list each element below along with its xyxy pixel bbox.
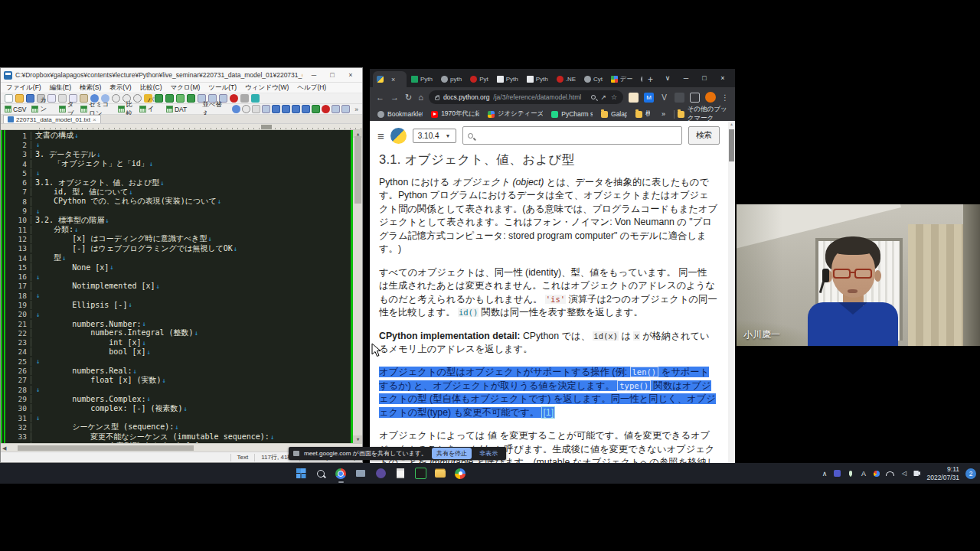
menu-item[interactable]: 表示(V): [109, 83, 131, 93]
bookmark-item[interactable]: 横浜: [635, 109, 650, 119]
tray-icon[interactable]: ∧: [821, 470, 828, 478]
editor-line[interactable]: 31↓: [7, 413, 352, 422]
zoom-icon[interactable]: [591, 95, 596, 99]
menu-item[interactable]: 比較(C): [140, 83, 162, 93]
window-control-icon[interactable]: ×: [714, 71, 732, 85]
editor-line[interactable]: 5↓: [7, 168, 352, 178]
toolbar-icon[interactable]: [262, 105, 270, 113]
profile-avatar[interactable]: [705, 92, 716, 103]
window-control-icon[interactable]: □: [695, 71, 714, 85]
nav-icon[interactable]: ←: [376, 93, 384, 103]
bookmark-item[interactable]: ジオシティーズの閉鎖で...: [488, 109, 544, 119]
taskbar-icon[interactable]: [313, 466, 328, 481]
taskbar-icon[interactable]: [333, 466, 348, 481]
tray-icon[interactable]: A: [860, 470, 867, 478]
toolbar-icon[interactable]: [187, 94, 195, 103]
toolbar-icon[interactable]: [240, 94, 249, 103]
editor-line[interactable]: 32 シーケンス型 (sequence):↓: [7, 422, 352, 432]
browser-tab[interactable]: デー×: [607, 71, 636, 87]
browser-tab[interactable]: ×: [373, 71, 407, 87]
search-button[interactable]: 検索: [688, 126, 720, 145]
editor-line[interactable]: 14 型↓: [7, 253, 352, 262]
editor-line[interactable]: 17 Notimplemented [x]↓: [7, 282, 352, 291]
toolbar-icon[interactable]: [302, 105, 310, 113]
editor-vertical-scrollbar[interactable]: ▲ ▼: [352, 130, 362, 443]
lock-icon[interactable]: [435, 96, 439, 100]
editor-line[interactable]: 33. データモデル↓: [7, 150, 352, 159]
editor-line[interactable]: 11 分類:↓: [7, 225, 352, 234]
editor-line[interactable]: 103.2. 標準型の階層↓: [7, 216, 352, 225]
scrollbar-thumb[interactable]: [729, 129, 734, 161]
browser-tab[interactable]: Pyth×: [407, 71, 436, 87]
nav-icon[interactable]: ⌂: [418, 93, 423, 103]
stop-sharing-button[interactable]: 共有を停止: [432, 448, 472, 459]
tab-close-icon[interactable]: ×: [391, 76, 395, 83]
docs-search-input[interactable]: [462, 126, 682, 145]
editor-line[interactable]: 16↓: [7, 272, 352, 281]
editor-line[interactable]: 19 Ellipsis [-]↓: [7, 300, 352, 309]
emeditor-titlebar[interactable]: C:¥Dropbox¥galapagos¥contents¥lecture¥Py…: [1, 68, 362, 83]
hamburger-icon[interactable]: ≡: [377, 129, 384, 142]
browser-tab[interactable]: ミマ×: [637, 71, 642, 87]
toolbar-icon[interactable]: [341, 105, 350, 113]
toolbar-icon[interactable]: [312, 105, 320, 113]
hide-button[interactable]: 非表示: [476, 448, 501, 459]
editor-line[interactable]: 12 [x] はコーディング時に意識すべき型↓: [7, 234, 352, 243]
bookmark-item[interactable]: BookmarkletCookie...: [377, 109, 423, 119]
browser-tab[interactable]: Pyth×: [493, 71, 522, 87]
scrollbar-thumb[interactable]: [18, 445, 194, 451]
window-control-icon[interactable]: ─: [305, 70, 322, 81]
scroll-down-icon[interactable]: ▼: [353, 435, 362, 443]
scroll-left-icon[interactable]: ◀: [2, 445, 6, 452]
toolbar-icon[interactable]: [232, 105, 240, 113]
tray-icon[interactable]: [873, 471, 880, 477]
menu-item[interactable]: ファイル(F): [6, 83, 41, 93]
editor-line[interactable]: 23 int [x]↓: [7, 338, 352, 347]
tray-icon[interactable]: [847, 471, 854, 476]
scroll-up-icon[interactable]: ▲: [728, 121, 735, 128]
editor-line[interactable]: 28↓: [7, 385, 352, 394]
editor-line[interactable]: 13 [-] はウェブプログラミングでは無視してOK↓: [7, 244, 352, 253]
taskbar-icon[interactable]: [452, 466, 468, 481]
editor-line[interactable]: 20↓: [7, 310, 352, 319]
toolbar-icon[interactable]: [252, 105, 260, 113]
editor-line[interactable]: 30 complex: [-] (複素数)↓: [7, 404, 352, 413]
editor-line[interactable]: 24 bool [x]↓: [7, 347, 352, 357]
editor-line[interactable]: 29 numbers.Complex:↓: [7, 394, 352, 403]
menu-item[interactable]: ヘルプ(H): [297, 83, 326, 93]
extension-icon[interactable]: [690, 93, 700, 103]
editor-line[interactable]: 26 numbers.Real:↓: [7, 366, 352, 375]
editor-line[interactable]: 63.1. オブジェクト、値、および型↓: [7, 178, 352, 187]
editor-line[interactable]: 27 float [x] (実数)↓: [7, 376, 352, 385]
version-select[interactable]: 3.10.4▼: [413, 129, 456, 143]
window-control-icon[interactable]: ×: [342, 70, 359, 81]
tray-icon[interactable]: [834, 470, 841, 477]
toolbar-icon[interactable]: [322, 105, 330, 113]
editor-line[interactable]: 22 numbers.Integral (整数)↓: [7, 328, 352, 337]
window-control-icon[interactable]: □: [324, 70, 341, 81]
bookmarks-overflow-icon[interactable]: »: [662, 110, 665, 118]
editor-line[interactable]: 4 「オブジェクト」と「id」↓: [7, 159, 352, 168]
editor-line[interactable]: 33 変更不能なシーケンス (immutable sequence):↓: [7, 432, 352, 442]
address-bar[interactable]: docs.python.org /ja/3/reference/datamode…: [429, 90, 623, 104]
menu-item[interactable]: 編集(E): [50, 83, 71, 93]
browser-tab[interactable]: Pyth×: [523, 71, 552, 87]
toolbar-icon[interactable]: [242, 105, 250, 113]
page-scrollbar[interactable]: ▲: [728, 121, 735, 463]
extension-icon[interactable]: [675, 93, 684, 103]
tray-icon[interactable]: [913, 471, 920, 476]
toolbar-icon[interactable]: [292, 105, 300, 113]
python-logo[interactable]: [390, 128, 407, 144]
toolbar-icon[interactable]: [230, 94, 238, 103]
notification-badge[interactable]: 2: [965, 468, 976, 479]
editor-line[interactable]: 2↓: [7, 140, 352, 149]
editor-text-area[interactable]: 1文書の構成↓2↓33. データモデル↓4 「オブジェクト」と「id」↓5↓63…: [1, 130, 362, 443]
browser-tab[interactable]: pyth×: [437, 71, 466, 87]
editor-line[interactable]: 8 CPython での、これらの表現(実装)について↓: [7, 197, 352, 206]
taskbar-icon[interactable]: [293, 466, 309, 481]
toolbar-icon[interactable]: [251, 94, 260, 103]
toolbar-icon[interactable]: [272, 105, 280, 113]
menu-item[interactable]: 検索(S): [80, 83, 101, 93]
extension-v-icon[interactable]: V: [659, 93, 669, 103]
editor-line[interactable]: 1文書の構成↓: [7, 131, 352, 140]
